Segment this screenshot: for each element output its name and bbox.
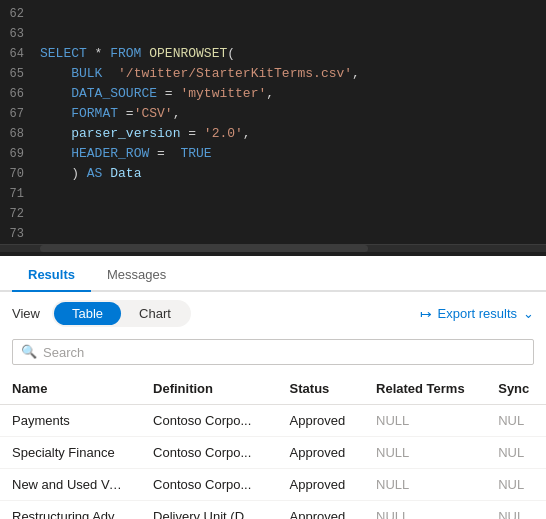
code-line: 62 — [0, 4, 546, 24]
line-content: BULK '/twitter/StarterKitTerms.csv', — [40, 64, 546, 84]
code-line: 69 HEADER_ROW = TRUE — [0, 144, 546, 164]
tab-messages[interactable]: Messages — [91, 259, 182, 292]
table-cell: NUL — [486, 437, 546, 469]
table-row[interactable]: New and Used Vehi...Contoso Corpo...Appr… — [0, 469, 546, 501]
code-line: 68 parser_version = '2.0', — [0, 124, 546, 144]
view-bar: View Table Chart ↦ Export results ⌄ — [0, 292, 546, 335]
search-bar: 🔍 — [0, 335, 546, 373]
data-table-container[interactable]: NameDefinitionStatusRelated TermsSync Pa… — [0, 373, 546, 519]
table-cell: NULL — [364, 501, 486, 520]
line-number: 71 — [0, 184, 40, 204]
code-line: 63 — [0, 24, 546, 44]
column-header[interactable]: Status — [278, 373, 364, 405]
code-line: 66 DATA_SOURCE = 'mytwitter', — [0, 84, 546, 104]
code-line: 72 — [0, 204, 546, 224]
chart-view-button[interactable]: Chart — [121, 302, 189, 325]
line-number: 66 — [0, 84, 40, 104]
code-editor: 626364SELECT * FROM OPENROWSET(65 BULK '… — [0, 0, 546, 256]
table-cell: Approved — [278, 469, 364, 501]
table-cell: NULL — [364, 437, 486, 469]
view-toggle-group: Table Chart — [52, 300, 191, 327]
code-line: 67 FORMAT ='CSV', — [0, 104, 546, 124]
code-line: 65 BULK '/twitter/StarterKitTerms.csv', — [0, 64, 546, 84]
code-line: 73 — [0, 224, 546, 244]
table-cell: NUL — [486, 469, 546, 501]
table-view-button[interactable]: Table — [54, 302, 121, 325]
search-input-wrap[interactable]: 🔍 — [12, 339, 534, 365]
line-number: 64 — [0, 44, 40, 64]
line-content: SELECT * FROM OPENROWSET( — [40, 44, 546, 64]
table-cell: New and Used Vehi... — [0, 469, 141, 501]
column-header[interactable]: Name — [0, 373, 141, 405]
line-number: 67 — [0, 104, 40, 124]
results-panel: Results Messages View Table Chart ↦ Expo… — [0, 256, 546, 519]
line-content: ) AS Data — [40, 164, 546, 184]
line-content: FORMAT ='CSV', — [40, 104, 546, 124]
table-cell: Approved — [278, 501, 364, 520]
line-content: DATA_SOURCE = 'mytwitter', — [40, 84, 546, 104]
horizontal-scrollbar[interactable] — [0, 244, 546, 252]
table-cell: NULL — [364, 405, 486, 437]
table-cell: NULL — [364, 469, 486, 501]
column-header[interactable]: Related Terms — [364, 373, 486, 405]
line-number: 70 — [0, 164, 40, 184]
table-cell: Contoso Corpo... — [141, 405, 278, 437]
table-cell: Payments — [0, 405, 141, 437]
result-tabs-bar: Results Messages — [0, 256, 546, 292]
table-cell: Approved — [278, 405, 364, 437]
table-row[interactable]: Restructuring Advis...Delivery Unit (D..… — [0, 501, 546, 520]
code-line: 70 ) AS Data — [0, 164, 546, 184]
table-cell: Restructuring Advis... — [0, 501, 141, 520]
table-cell: Contoso Corpo... — [141, 469, 278, 501]
code-line: 71 — [0, 184, 546, 204]
code-line: 64SELECT * FROM OPENROWSET( — [0, 44, 546, 64]
line-content: HEADER_ROW = TRUE — [40, 144, 546, 164]
column-header[interactable]: Definition — [141, 373, 278, 405]
table-cell: Contoso Corpo... — [141, 437, 278, 469]
table-cell: NUL — [486, 501, 546, 520]
line-number: 62 — [0, 4, 40, 24]
search-input[interactable] — [43, 345, 525, 360]
line-number: 63 — [0, 24, 40, 44]
table-row[interactable]: Specialty FinanceContoso Corpo...Approve… — [0, 437, 546, 469]
table-cell: Specialty Finance — [0, 437, 141, 469]
line-number: 73 — [0, 224, 40, 244]
results-table: NameDefinitionStatusRelated TermsSync Pa… — [0, 373, 546, 519]
line-number: 68 — [0, 124, 40, 144]
view-label: View — [12, 306, 40, 321]
line-number: 72 — [0, 204, 40, 224]
table-cell: Delivery Unit (D... — [141, 501, 278, 520]
column-header[interactable]: Sync — [486, 373, 546, 405]
search-icon: 🔍 — [21, 344, 37, 360]
tab-results[interactable]: Results — [12, 259, 91, 292]
table-cell: Approved — [278, 437, 364, 469]
export-icon: ↦ — [420, 306, 432, 322]
export-results-button[interactable]: ↦ Export results ⌄ — [420, 306, 534, 322]
chevron-down-icon: ⌄ — [523, 306, 534, 321]
table-row[interactable]: PaymentsContoso Corpo...ApprovedNULLNUL — [0, 405, 546, 437]
line-number: 65 — [0, 64, 40, 84]
line-number: 69 — [0, 144, 40, 164]
line-content: parser_version = '2.0', — [40, 124, 546, 144]
export-results-label: Export results — [438, 306, 517, 321]
table-cell: NUL — [486, 405, 546, 437]
